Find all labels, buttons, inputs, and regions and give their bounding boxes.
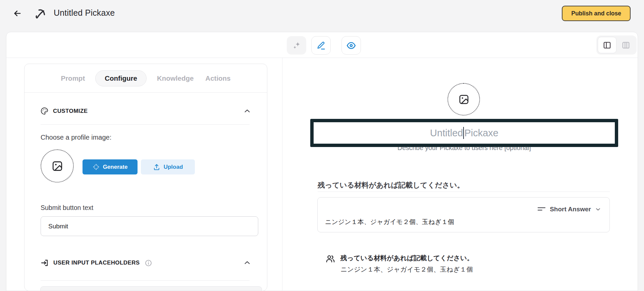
config-panel: Prompt Configure Knowledge Actions CUSTO…	[24, 64, 267, 291]
conversation-history-entry: 残っている材料があれば記載してください。 ニンジン１本、ジャガイモ２個、玉ねぎ１…	[326, 253, 473, 274]
preview-question-label: 残っている材料があれば記載してください。	[318, 180, 464, 190]
two-pane-layout-icon	[603, 41, 611, 50]
tab-knowledge[interactable]: Knowledge	[156, 71, 195, 86]
top-bar: Untitled Pickaxe Publish and close	[0, 0, 644, 27]
two-pane-layout-button[interactable]	[598, 37, 616, 53]
arrow-left-icon	[13, 9, 22, 18]
submit-button-text-input[interactable]	[41, 216, 258, 236]
publish-and-close-button[interactable]: Publish and close	[562, 6, 631, 21]
info-icon	[145, 259, 152, 267]
preview-profile-image-placeholder[interactable]	[447, 83, 480, 116]
generate-image-button[interactable]: Generate	[83, 159, 138, 174]
chevron-up-icon	[244, 107, 251, 115]
panel-divider	[282, 58, 282, 291]
history-texts: 残っている材料があれば記載してください。 ニンジン１本、ジャガイモ２個、玉ねぎ１…	[340, 253, 473, 274]
tab-bar: Prompt Configure Knowledge Actions	[24, 64, 267, 93]
three-pane-layout-icon	[622, 41, 630, 50]
collapse-customize-button[interactable]	[244, 107, 251, 115]
eye-icon	[346, 41, 356, 51]
text-cursor	[463, 127, 464, 139]
generate-button-label: Generate	[103, 164, 128, 170]
back-button[interactable]	[12, 8, 23, 19]
divider	[41, 280, 250, 281]
tab-configure[interactable]: Configure	[95, 70, 147, 86]
preview-answer-field[interactable]: Short Answer ニンジン１本、ジャガイモ２個、玉ねぎ１個	[317, 197, 610, 232]
chevron-up-icon	[244, 259, 251, 267]
short-answer-icon	[537, 205, 546, 214]
submit-button-text-label: Submit button text	[41, 204, 93, 212]
profile-image-placeholder[interactable]	[41, 149, 74, 183]
app-window: Untitled Pickaxe Publish and close	[0, 0, 644, 291]
users-icon	[326, 254, 335, 274]
answer-type-select[interactable]: Short Answer	[537, 205, 601, 214]
placeholders-section-header[interactable]: USER INPUT PLACEHOLDERS	[41, 259, 251, 267]
customize-heading: CUSTOMIZE	[53, 108, 88, 115]
palette-icon	[41, 107, 48, 115]
upload-icon	[153, 163, 160, 171]
three-pane-layout-button[interactable]	[616, 37, 635, 53]
upload-image-button[interactable]: Upload	[141, 159, 195, 174]
page-title: Untitled Pickaxe	[54, 8, 115, 18]
ai-assist-button[interactable]	[287, 36, 306, 55]
image-icon	[51, 160, 63, 172]
question-divider	[318, 192, 610, 192]
divider	[41, 124, 250, 125]
upload-button-label: Upload	[164, 164, 183, 170]
pickaxe-logo-icon	[34, 7, 47, 20]
toolbar-divider	[6, 58, 638, 58]
pencil-icon	[316, 41, 326, 50]
tab-prompt[interactable]: Prompt	[59, 71, 86, 86]
preview-title-placeholder: UntitledPickaxe	[430, 127, 498, 139]
collapse-placeholders-button[interactable]	[244, 259, 251, 267]
edit-mode-button[interactable]	[311, 36, 331, 55]
preview-answer-value: ニンジン１本、ジャガイモ２個、玉ねぎ１個	[325, 218, 454, 226]
history-answer: ニンジン１本、ジャガイモ２個、玉ねぎ１個	[340, 265, 473, 274]
input-arrow-icon	[41, 259, 49, 267]
image-icon	[458, 94, 470, 105]
customize-section-header[interactable]: CUSTOMIZE	[41, 107, 251, 115]
tab-actions[interactable]: Actions	[204, 71, 232, 86]
history-question: 残っている材料があれば記載してください。	[340, 253, 473, 263]
preview-title-input[interactable]: UntitledPickaxe	[310, 119, 618, 147]
profile-image-label: Choose a profile image:	[41, 134, 111, 141]
generate-sparkle-icon	[93, 163, 100, 170]
preview-mode-button[interactable]	[341, 36, 361, 55]
layout-toggle-group	[596, 35, 637, 55]
answer-type-label: Short Answer	[550, 206, 591, 213]
placeholder-field-partial[interactable]	[40, 286, 262, 291]
sparkles-icon	[291, 41, 302, 51]
chevron-down-icon	[595, 206, 601, 213]
placeholders-heading: USER INPUT PLACEHOLDERS	[53, 260, 140, 266]
